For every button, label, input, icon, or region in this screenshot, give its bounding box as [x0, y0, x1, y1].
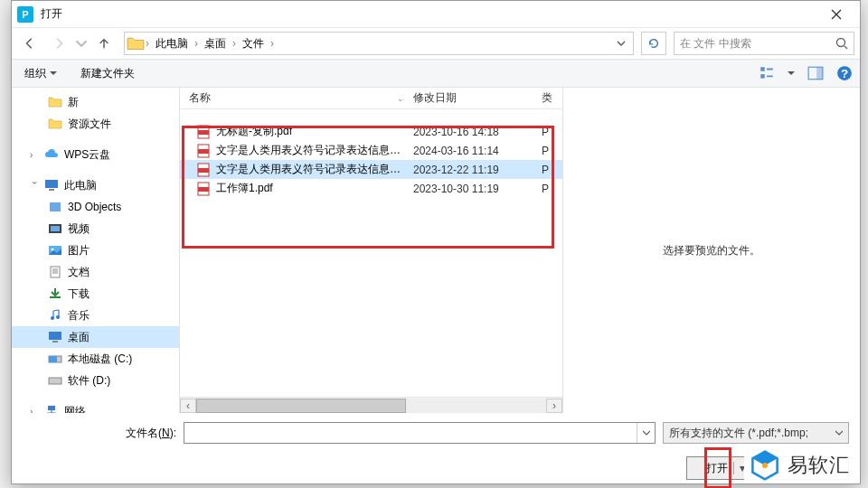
tree-item-this-pc[interactable]: › 此电脑 — [12, 174, 179, 196]
view-mode-button[interactable] — [759, 65, 775, 81]
file-area: 名称 ⌄ 修改日期 类 无标题-复制.pdf 2023-10-16 14:18 … — [180, 88, 860, 413]
dialog-footer: 文件名(N): 所有支持的文件 (*.pdf;*.bmp; 打开 ▾ — [12, 413, 860, 488]
svg-rect-20 — [49, 356, 57, 362]
recent-dropdown[interactable] — [75, 32, 88, 55]
up-button[interactable] — [91, 32, 117, 55]
arrow-up-icon — [98, 37, 110, 50]
file-row[interactable]: 无标题-复制.pdf 2023-10-16 14:18 P — [180, 122, 562, 141]
collapse-caret-icon[interactable]: › — [30, 181, 40, 190]
tree-item-desktop[interactable]: 桌面 — [12, 326, 179, 348]
svg-rect-9 — [50, 202, 61, 211]
column-name[interactable]: 名称 ⌄ — [180, 90, 410, 106]
tree-item-resources[interactable]: 资源文件 — [12, 113, 179, 135]
arrow-left-icon — [24, 37, 36, 50]
search-input[interactable] — [680, 37, 835, 50]
toolbar: 组织 新建文件夹 ? — [12, 59, 860, 88]
svg-rect-21 — [49, 378, 61, 384]
watermark-logo-icon — [750, 450, 780, 481]
column-type[interactable]: 类 — [538, 90, 562, 106]
breadcrumb-item[interactable]: 桌面 — [199, 33, 231, 54]
svg-rect-30 — [198, 187, 209, 192]
tree-item-music[interactable]: 音乐 — [12, 305, 179, 326]
filename-dropdown[interactable] — [637, 423, 655, 443]
network-icon — [44, 405, 59, 413]
pdf-icon — [196, 163, 211, 177]
expand-caret-icon[interactable]: › — [30, 407, 39, 414]
tree-item-network[interactable]: › 网络 — [12, 400, 179, 413]
tree-item-videos[interactable]: 视频 — [12, 218, 179, 239]
file-row[interactable]: 文字是人类用表义符号记录表达信息以传... 2023-12-22 11:19 P — [180, 160, 562, 179]
filename-input[interactable] — [184, 427, 637, 439]
breadcrumb-dropdown[interactable] — [611, 39, 631, 48]
tree-item-new[interactable]: 新 — [12, 91, 179, 113]
dropdown-caret-icon[interactable] — [788, 70, 795, 77]
file-list: 名称 ⌄ 修改日期 类 无标题-复制.pdf 2023-10-16 14:18 … — [180, 88, 563, 413]
chevron-down-icon — [643, 429, 650, 436]
preview-pane: 选择要预览的文件。 — [563, 88, 860, 413]
tree-item-pictures[interactable]: 图片 — [12, 239, 179, 261]
breadcrumb-item[interactable]: 此电脑 — [150, 33, 193, 54]
refresh-button[interactable] — [641, 32, 666, 55]
pictures-icon — [48, 244, 62, 257]
organize-button[interactable]: 组织 — [19, 63, 62, 84]
nav-bar: › 此电脑 › 桌面 › 文件 › — [12, 28, 860, 59]
folder-icon — [127, 35, 145, 52]
scroll-left-button[interactable]: ‹ — [180, 399, 196, 413]
drive-icon — [48, 352, 62, 365]
svg-rect-7 — [45, 180, 58, 188]
scroll-track[interactable] — [196, 399, 546, 413]
app-icon: P — [17, 6, 33, 23]
folder-tree: 新 资源文件 › WPS云盘 › 此电脑 3D Objects — [12, 88, 180, 413]
svg-rect-18 — [52, 341, 58, 343]
tree-item-drive-c[interactable]: 本地磁盘 (C:) — [12, 348, 179, 370]
search-box[interactable] — [674, 32, 854, 55]
svg-rect-22 — [48, 406, 55, 410]
tree-item-downloads[interactable]: 下载 — [12, 283, 179, 305]
tree-item-wps[interactable]: › WPS云盘 — [12, 144, 179, 165]
pdf-icon — [196, 125, 211, 139]
filename-label: 文件名(N): — [23, 426, 176, 441]
svg-text:?: ? — [841, 67, 848, 80]
svg-rect-1 — [760, 67, 765, 71]
tree-item-drive-d[interactable]: 软件 (D:) — [12, 370, 179, 391]
file-row[interactable]: 工作簿1.pdf 2023-10-30 11:19 P — [180, 179, 562, 198]
new-folder-button[interactable]: 新建文件夹 — [75, 63, 140, 84]
breadcrumb-item[interactable]: 文件 — [237, 33, 269, 54]
column-date[interactable]: 修改日期 — [410, 90, 538, 106]
chevron-right-icon: › — [269, 37, 275, 50]
split-dropdown-icon[interactable]: ▾ — [733, 462, 745, 474]
svg-rect-14 — [51, 267, 60, 277]
forward-button[interactable] — [46, 32, 71, 55]
breadcrumb[interactable]: › 此电脑 › 桌面 › 文件 › — [124, 32, 634, 55]
search-icon[interactable] — [835, 37, 848, 50]
open-file-dialog: P 打开 › 此电脑 › 桌面 › 文件 › — [11, 0, 861, 484]
svg-point-16 — [56, 315, 60, 319]
scroll-thumb[interactable] — [196, 399, 406, 413]
preview-empty-text: 选择要预览的文件。 — [663, 243, 760, 258]
scroll-right-button[interactable]: › — [546, 399, 562, 413]
svg-rect-4 — [816, 67, 823, 80]
tree-item-3d-objects[interactable]: 3D Objects — [12, 196, 179, 218]
desktop-icon — [48, 331, 62, 343]
svg-rect-28 — [198, 168, 209, 173]
watermark: 易软汇 — [744, 448, 855, 483]
folder-icon — [48, 96, 62, 108]
titlebar: P 打开 — [12, 1, 860, 28]
horizontal-scrollbar[interactable]: ‹ › — [180, 397, 562, 413]
close-button[interactable] — [818, 1, 854, 28]
drive-icon — [48, 374, 62, 387]
help-button[interactable]: ? — [836, 65, 853, 81]
expand-caret-icon[interactable]: › — [30, 150, 39, 160]
file-rows: 无标题-复制.pdf 2023-10-16 14:18 P 文字是人类用表义符号… — [180, 109, 562, 397]
filename-combo[interactable] — [184, 422, 656, 444]
back-button[interactable] — [17, 32, 42, 55]
file-type-filter[interactable]: 所有支持的文件 (*.pdf;*.bmp; — [663, 422, 849, 444]
column-headers: 名称 ⌄ 修改日期 类 — [180, 88, 562, 109]
tree-item-documents[interactable]: 文档 — [12, 261, 179, 283]
new-folder-label: 新建文件夹 — [80, 66, 135, 81]
pdf-icon — [196, 182, 211, 196]
preview-pane-button[interactable] — [807, 65, 824, 81]
dropdown-caret-icon — [50, 70, 57, 77]
svg-point-0 — [837, 39, 845, 47]
file-row[interactable]: 文字是人类用表义符号记录表达信息以传... 2024-03-16 11:14 P — [180, 141, 562, 160]
